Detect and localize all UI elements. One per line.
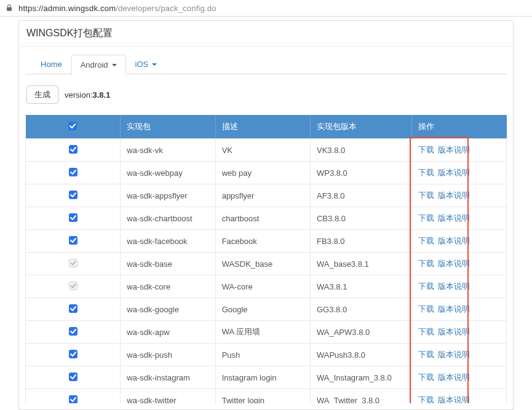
cell-actions: 下载版本说明 [411, 207, 506, 230]
cell-desc: Google [215, 298, 310, 321]
download-link[interactable]: 下载 [418, 167, 434, 178]
cell-package: wa-sdk-core [121, 275, 215, 298]
cell-desc: Facebook [215, 230, 310, 253]
download-link[interactable]: 下载 [418, 235, 434, 246]
release-notes-link[interactable]: 版本说明 [438, 144, 470, 156]
cell-version: WA_Instagram_3.8.0 [310, 366, 411, 389]
row-checkbox[interactable] [69, 327, 77, 336]
cell-actions: 下载版本说明 [411, 389, 506, 403]
row-checkbox [69, 282, 77, 290]
tab-android[interactable]: Android [71, 55, 126, 74]
cell-desc: chartboost [215, 207, 310, 230]
cell-version: CB3.8.0 [310, 207, 411, 230]
cell-package: wa-sdk-chartboost [121, 207, 215, 230]
cell-package: wa-sdk-instagram [121, 366, 215, 389]
table-row: wa-sdk-webpayweb payWP3.8.0下载版本说明 [26, 162, 507, 184]
panel-title: WINGSDK打包配置 [19, 21, 513, 47]
release-notes-link[interactable]: 版本说明 [438, 235, 470, 246]
cell-actions: 下载版本说明 [411, 321, 506, 344]
tab-label: iOS [135, 60, 149, 69]
row-checkbox[interactable] [69, 304, 77, 313]
cell-desc: Push [215, 344, 310, 366]
cell-package: wa-sdk-base [121, 253, 215, 275]
cell-version: WA_APW3.8.0 [310, 321, 411, 344]
release-notes-link[interactable]: 版本说明 [438, 349, 470, 360]
row-checkbox[interactable] [69, 191, 77, 199]
table-scroll[interactable]: 实现包 描述 实现包版本 操作 wa-sdk-vkVKVK3.8.0下载版本说明… [25, 115, 507, 403]
cell-actions: 下载版本说明 [411, 184, 506, 207]
release-notes-link[interactable]: 版本说明 [438, 326, 470, 337]
cell-actions: 下载版本说明 [411, 344, 506, 366]
col-desc: 描述 [215, 115, 310, 139]
checkbox-all[interactable] [68, 122, 77, 130]
release-notes-link[interactable]: 版本说明 [438, 304, 470, 315]
download-link[interactable]: 下载 [418, 144, 434, 156]
download-link[interactable]: 下载 [418, 326, 434, 337]
cell-actions: 下载版本说明 [411, 139, 506, 162]
download-link[interactable]: 下载 [418, 304, 434, 315]
cell-desc: WASDK_base [215, 253, 310, 275]
row-checkbox[interactable] [69, 168, 77, 176]
release-notes-link[interactable]: 版本说明 [438, 167, 470, 178]
cell-package: wa-sdk-apw [121, 321, 215, 344]
table-header-row: 实现包 描述 实现包版本 操作 [26, 115, 507, 139]
cell-package: wa-sdk-google [121, 298, 215, 321]
release-notes-link[interactable]: 版本说明 [438, 258, 470, 269]
version-label: version:3.8.1 [65, 90, 110, 100]
cell-desc: WA 应用墙 [215, 321, 310, 344]
tab-label: Android [81, 60, 108, 69]
download-link[interactable]: 下载 [418, 190, 434, 201]
col-select [26, 115, 121, 139]
table-row: wa-sdk-chartboostchartboostCB3.8.0下载版本说明 [26, 207, 507, 230]
col-package: 实现包 [121, 115, 215, 139]
download-link[interactable]: 下载 [418, 349, 434, 360]
chevron-down-icon [152, 63, 157, 66]
cell-actions: 下载版本说明 [411, 253, 506, 275]
cell-version: GG3.8.0 [310, 298, 411, 321]
cell-version: VK3.8.0 [310, 139, 411, 162]
row-checkbox[interactable] [69, 236, 77, 245]
cell-desc: web pay [215, 162, 310, 184]
config-panel: WINGSDK打包配置 HomeAndroidiOS 生成 version:3.… [18, 20, 514, 410]
download-link[interactable]: 下载 [418, 281, 434, 292]
cell-version: WA3.8.1 [310, 275, 411, 298]
row-checkbox[interactable] [69, 373, 77, 381]
row-checkbox[interactable] [69, 213, 77, 222]
table-row: wa-sdk-googleGoogleGG3.8.0下载版本说明 [26, 298, 507, 321]
download-link[interactable]: 下载 [418, 213, 434, 224]
url-text[interactable]: https://admin.wingsdk.com/developers/pac… [18, 4, 216, 13]
cell-desc: VK [215, 139, 310, 162]
tab-ios[interactable]: iOS [126, 54, 167, 74]
row-checkbox[interactable] [69, 395, 77, 403]
table-row: wa-sdk-vkVKVK3.8.0下载版本说明 [26, 139, 507, 162]
cell-package: wa-sdk-vk [121, 139, 215, 162]
row-checkbox[interactable] [69, 350, 77, 358]
table-row: wa-sdk-twitterTwitter loginWA_Twitter_3.… [26, 389, 507, 403]
table-row: wa-sdk-apwWA 应用墙WA_APW3.8.0下载版本说明 [26, 321, 507, 344]
row-checkbox[interactable] [69, 145, 77, 154]
col-version: 实现包版本 [310, 115, 411, 139]
release-notes-link[interactable]: 版本说明 [438, 395, 470, 403]
release-notes-link[interactable]: 版本说明 [438, 281, 470, 292]
cell-actions: 下载版本说明 [411, 230, 506, 253]
chevron-down-icon [112, 64, 117, 66]
cell-package: wa-sdk-appsflyer [121, 184, 215, 207]
cell-version: AF3.8.0 [310, 184, 411, 207]
download-link[interactable]: 下载 [418, 395, 434, 403]
cell-desc: Twitter login [215, 389, 310, 403]
table-container: 实现包 描述 实现包版本 操作 wa-sdk-vkVKVK3.8.0下载版本说明… [25, 115, 507, 403]
cell-actions: 下载版本说明 [411, 298, 506, 321]
generate-button[interactable]: 生成 [26, 85, 58, 104]
cell-package: wa-sdk-twitter [121, 389, 215, 403]
cell-actions: 下载版本说明 [411, 275, 506, 298]
download-link[interactable]: 下载 [418, 372, 434, 383]
release-notes-link[interactable]: 版本说明 [438, 372, 470, 383]
tab-home[interactable]: Home [31, 54, 71, 74]
lock-icon [5, 4, 14, 12]
release-notes-link[interactable]: 版本说明 [438, 213, 470, 224]
release-notes-link[interactable]: 版本说明 [438, 190, 470, 201]
cell-version: FB3.8.0 [310, 230, 411, 253]
cell-actions: 下载版本说明 [411, 162, 506, 184]
download-link[interactable]: 下载 [418, 258, 434, 269]
tab-label: Home [41, 60, 62, 69]
